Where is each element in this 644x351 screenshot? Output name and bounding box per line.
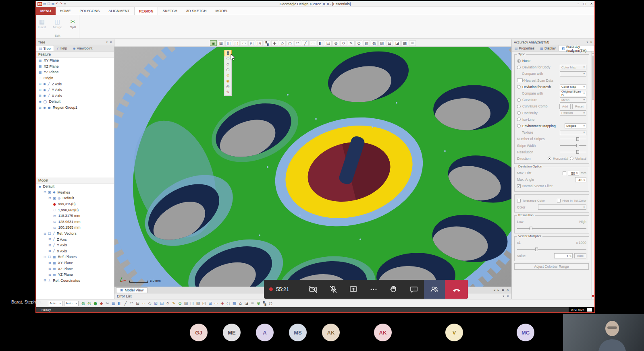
viewport-tool-icon[interactable]: ◍ [371, 40, 378, 46]
undo-icon[interactable]: ↶ [56, 2, 58, 6]
redo-icon[interactable]: ↷ [60, 2, 62, 6]
curvature-dropdown[interactable]: Mean [560, 97, 586, 103]
close-panel-icon[interactable]: ✕ [507, 295, 509, 298]
viewport-tool-icon[interactable]: ▚ [264, 40, 270, 46]
radio-none[interactable] [517, 59, 521, 63]
radio-curvature[interactable] [517, 98, 521, 102]
viewport-tool-icon[interactable]: ○ [287, 40, 293, 46]
texture-dropdown[interactable] [560, 130, 586, 135]
tree-row[interactable]: ⊞ ◉ ● Region Group1 [36, 105, 114, 111]
tree-row[interactable]: ⊠ ▦ XZ Plane [36, 266, 114, 272]
viewport-tool-icon[interactable]: ◳ [256, 40, 263, 46]
pin-icon[interactable]: ▾ [587, 41, 588, 44]
participant-avatar[interactable]: AK [374, 324, 392, 341]
view-tool-icon[interactable]: ◠ [129, 301, 135, 306]
raise-hand-button[interactable] [384, 280, 404, 299]
original-scan-dropdown[interactable]: Original Scan D [560, 91, 586, 96]
auto-select-1[interactable]: Auto [48, 301, 62, 306]
view-tool-icon[interactable]: ⊠ [153, 301, 159, 306]
viewport-tool-icon[interactable]: ✎ [348, 40, 355, 46]
view-tool-icon[interactable]: ◇ [147, 301, 153, 306]
tree-row[interactable]: ▦ XY Plane [36, 58, 114, 64]
view-tool-icon[interactable]: ⊕ [256, 301, 262, 306]
view-tool-icon[interactable]: ✂ [104, 301, 110, 306]
save-file-icon[interactable]: ▦ [52, 2, 55, 6]
number-of-stripes-slider[interactable] [560, 137, 586, 141]
view-tool-icon[interactable]: ◰ [201, 301, 207, 306]
ribbon-button[interactable]: ◫ Merge [52, 18, 64, 34]
viewport-tool-icon[interactable]: ◪ [394, 40, 401, 46]
color-map-dropdown[interactable]: Color Map [560, 65, 586, 70]
ribbon-tab[interactable]: HOME [56, 7, 75, 15]
view-tool-icon[interactable]: ▨ [183, 301, 189, 306]
stripes-dropdown[interactable]: Stripes [565, 123, 586, 128]
viewport-tool-icon[interactable]: ▭ [241, 40, 247, 46]
viewport-tool-icon[interactable]: ▱ [310, 40, 316, 46]
view-tool-icon[interactable]: ✚ [219, 301, 225, 306]
analyzer-tab[interactable]: ◩ Accuracy Analyzer(TM) [559, 45, 594, 51]
participant-avatar[interactable]: A [256, 324, 274, 341]
view-tool-icon[interactable]: ⌂ [237, 301, 243, 306]
viewport-tool-icon[interactable]: ◰ [248, 40, 255, 46]
viewport-tool-icon[interactable]: ◠ [294, 40, 301, 46]
radio-environment-mapping[interactable] [517, 124, 521, 128]
view-tool-icon[interactable]: ◧ [116, 301, 123, 306]
view-tool-icon[interactable]: ▩ [231, 301, 237, 306]
view-tool-icon[interactable]: ✎ [171, 301, 177, 306]
tree-row[interactable]: ⊞ ⊥ Ref. Coordinates [36, 278, 114, 284]
selection-tool-icon[interactable]: ◇ [224, 62, 231, 67]
new-view-icon[interactable]: ▪ [502, 288, 504, 292]
tree-row[interactable]: ⊠ ╱ X Axis [36, 248, 114, 254]
hang-up-button[interactable] [445, 280, 468, 299]
pin-icon[interactable]: ▾ [503, 295, 505, 298]
viewport-tool-icon[interactable]: ▦ [218, 40, 224, 46]
viewport-tool-icon[interactable]: ↻ [340, 40, 347, 46]
view-tool-icon[interactable]: ⊟ [135, 301, 141, 306]
add-button[interactable]: Add [559, 104, 571, 109]
tree-row[interactable]: ⊞ ◉ ╱ Y Axis [36, 87, 114, 93]
view-tool-icon[interactable]: ◪ [243, 301, 249, 306]
panel-scrollbar[interactable]: ▲ [591, 52, 594, 299]
adjust-colorbar-range-button[interactable]: Adjust Colorbar Range [514, 263, 589, 270]
view-tool-icon[interactable]: ⊞ [207, 301, 213, 306]
ribbon-tab[interactable]: SKETCH [158, 7, 182, 15]
max-angle-input[interactable]: 45 [575, 177, 586, 182]
view-tool-icon[interactable]: ◫ [189, 301, 195, 306]
ribbon-tab[interactable]: MENU [36, 7, 56, 15]
close-panel-icon[interactable]: ✕ [590, 41, 592, 44]
selection-tool-icon[interactable]: ✎ [224, 90, 231, 95]
close-panel-icon[interactable]: ✕ [110, 41, 112, 44]
view-tool-icon[interactable]: ● [92, 301, 98, 306]
view-tool-icon[interactable]: ▧ [195, 301, 201, 306]
tree-row[interactable]: ▦ YZ Plane [36, 69, 114, 75]
tree-row[interactable]: ▭ 128.9631 mm [36, 219, 114, 225]
close-view-icon[interactable]: ✕ [506, 288, 509, 292]
view-tool-icon[interactable]: ◌ [225, 301, 231, 306]
radio-vertical[interactable] [570, 157, 573, 160]
mic-off-button[interactable] [323, 280, 343, 299]
tree-row[interactable]: ⊠ ▦ YZ Plane [36, 272, 114, 278]
tree-row[interactable]: ⊠ ▦ XY Plane [36, 260, 114, 266]
viewport-tool-icon[interactable]: ▨ [378, 40, 385, 46]
tree-row[interactable]: ⊥ Origin [36, 75, 114, 81]
participant-avatar[interactable]: V [445, 324, 463, 341]
tree-row[interactable]: ▭ 118.3175 mm [36, 213, 114, 219]
tolerance-color-checkbox[interactable] [517, 199, 521, 202]
radio-iso-line[interactable] [517, 118, 521, 121]
model-view-tab[interactable]: ▣ Model View [116, 287, 147, 293]
auto-button[interactable]: Auto [574, 253, 586, 258]
radio-horizontal[interactable] [548, 157, 551, 160]
view-tool-icon[interactable]: ▭ [213, 301, 219, 306]
participant-avatar[interactable]: GJ [190, 324, 208, 341]
open-file-icon[interactable]: ❏ [48, 2, 50, 6]
participant-avatar[interactable]: MC [517, 324, 534, 341]
max-dist-input[interactable]: 50 [568, 171, 579, 176]
viewport-tool-icon[interactable]: ✚ [271, 40, 278, 46]
tree-row[interactable]: ⊞ ◉ ╱ Z Axis [36, 81, 114, 87]
resolution-range-slider[interactable] [517, 226, 586, 231]
app-logo-icon[interactable]: DX [37, 2, 42, 6]
pin-icon[interactable]: ▾ [106, 41, 108, 44]
max-dist-checkbox[interactable] [563, 171, 566, 175]
camera-off-button[interactable] [303, 280, 323, 299]
tree-row[interactable]: ⊠ ╱ Z Axis [36, 236, 114, 242]
